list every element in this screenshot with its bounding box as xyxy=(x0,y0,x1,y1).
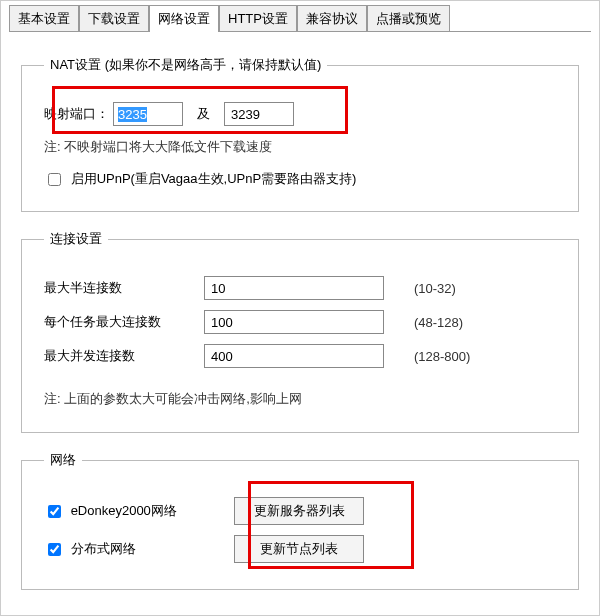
port2-input[interactable] xyxy=(224,102,294,126)
concurrent-input[interactable] xyxy=(204,344,384,368)
edonkey-label: eDonkey2000网络 xyxy=(71,503,177,518)
pertask-input[interactable] xyxy=(204,310,384,334)
tab-preview[interactable]: 点播或预览 xyxy=(367,5,450,32)
kad-checkbox[interactable]: 分布式网络 xyxy=(44,541,136,556)
fieldset-network: 网络 eDonkey2000网络 更新服务器列表 分布式网络 更新 xyxy=(21,451,579,590)
kad-label: 分布式网络 xyxy=(71,541,136,556)
half-input[interactable] xyxy=(204,276,384,300)
tab-download[interactable]: 下载设置 xyxy=(79,5,149,32)
update-servers-button[interactable]: 更新服务器列表 xyxy=(234,497,364,525)
pertask-label: 每个任务最大连接数 xyxy=(44,313,204,331)
tab-compat[interactable]: 兼容协议 xyxy=(297,5,367,32)
concurrent-label: 最大并发连接数 xyxy=(44,347,204,365)
tab-http[interactable]: HTTP设置 xyxy=(219,5,297,32)
conn-note: 注: 上面的参数太大可能会冲击网络,影响上网 xyxy=(44,390,556,408)
tab-network[interactable]: 网络设置 xyxy=(149,5,219,32)
concurrent-range: (128-800) xyxy=(414,349,470,364)
fieldset-connection: 连接设置 最大半连接数 (10-32) 每个任务最大连接数 (48-128) 最… xyxy=(21,230,579,433)
pertask-range: (48-128) xyxy=(414,315,463,330)
nat-note: 注: 不映射端口将大大降低文件下载速度 xyxy=(44,138,556,156)
half-range: (10-32) xyxy=(414,281,456,296)
port1-input[interactable]: 3235 xyxy=(118,107,147,122)
nat-legend: NAT设置 (如果你不是网络高手，请保持默认值) xyxy=(44,56,327,74)
conn-legend: 连接设置 xyxy=(44,230,108,248)
net-legend: 网络 xyxy=(44,451,82,469)
edonkey-checkbox[interactable]: eDonkey2000网络 xyxy=(44,503,177,518)
update-nodes-button[interactable]: 更新节点列表 xyxy=(234,535,364,563)
half-label: 最大半连接数 xyxy=(44,279,204,297)
tab-basic[interactable]: 基本设置 xyxy=(9,5,79,32)
port-and: 及 xyxy=(197,105,210,123)
upnp-checkbox[interactable]: 启用UPnP(重启Vagaa生效,UPnP需要路由器支持) xyxy=(44,171,356,186)
fieldset-nat: NAT设置 (如果你不是网络高手，请保持默认值) 映射端口： 3235 及 注:… xyxy=(21,56,579,212)
port-label: 映射端口： xyxy=(44,105,109,123)
upnp-label: 启用UPnP(重启Vagaa生效,UPnP需要路由器支持) xyxy=(71,171,357,186)
